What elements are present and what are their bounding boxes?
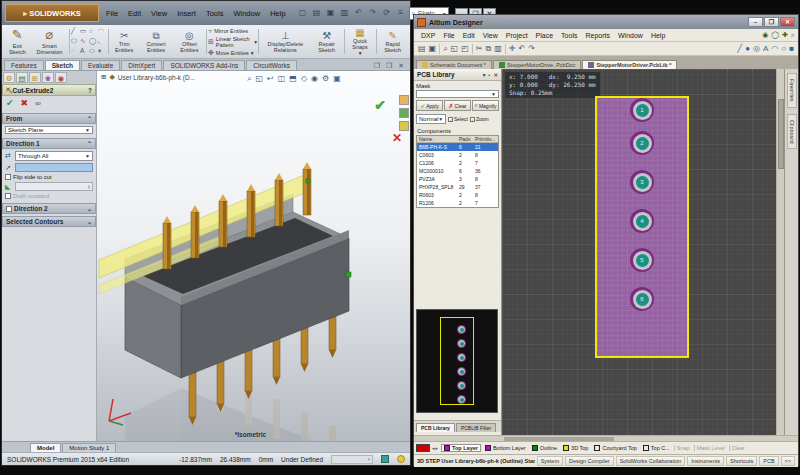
pad-3[interactable]: 3 (630, 170, 654, 194)
pad-4[interactable]: 4 (630, 209, 654, 233)
panel-button-system[interactable]: System (537, 456, 563, 466)
section-from[interactable]: From⌃ (2, 113, 96, 124)
arc-tool-icon[interactable]: ◠ (771, 44, 778, 53)
table-row[interactable]: C120627 (417, 159, 498, 167)
pin-icon[interactable]: ▪ (488, 72, 490, 78)
clear-button[interactable]: Clear (729, 445, 747, 451)
menu-insert[interactable]: Insert (172, 8, 201, 19)
copy-icon[interactable]: ⧉ (485, 44, 491, 54)
tab-dimxpert[interactable]: DimXpert (121, 60, 162, 70)
zoom-selected-icon[interactable]: ◰ (461, 44, 469, 53)
layer-scroll-arrows[interactable]: ◂▸ (432, 445, 439, 451)
menu-help[interactable]: Help (647, 32, 669, 39)
panel-button-instruments[interactable]: Instruments (687, 456, 724, 466)
editing-dropdown[interactable]: ▾ (331, 455, 373, 464)
menu-file[interactable]: File (439, 32, 458, 39)
menu-view[interactable]: View (479, 32, 502, 39)
zoom-checkbox[interactable]: ✓Zoom (470, 116, 489, 122)
tab-favorites[interactable]: Favorites (787, 73, 797, 108)
end-condition-dropdown[interactable]: Through All▼ (15, 151, 93, 161)
menu-window[interactable]: Window (228, 8, 265, 19)
section-direction2[interactable]: Direction 2⌄ (2, 203, 96, 214)
close-button[interactable]: ✕ (780, 17, 795, 27)
tab-motion-study[interactable]: Motion Study 1 (62, 443, 116, 452)
redo-icon[interactable]: ↷ (528, 44, 535, 53)
chevron-down-icon[interactable]: ▾ (254, 39, 257, 45)
menu-tools[interactable]: Tools (557, 32, 581, 39)
expand-icon[interactable]: ⌄ (87, 205, 92, 212)
tab-pcblib-filter[interactable]: PCBLIB Filter (456, 423, 496, 432)
pad-2[interactable]: 2 (630, 131, 654, 155)
table-row[interactable]: R120627 (417, 199, 498, 207)
panel-button-more[interactable]: >> (781, 456, 795, 466)
dimxpert-tab-icon[interactable]: ❀ (42, 72, 54, 83)
forward-icon[interactable]: ◯ (771, 31, 779, 39)
panel-button-design-compiler[interactable]: Design Compiler (565, 456, 614, 466)
flip-side-checkbox[interactable]: Flip side to cut (5, 174, 93, 180)
minimize-button[interactable]: – (748, 17, 763, 27)
expand-icon[interactable]: ⌄ (87, 218, 92, 225)
zoom-fit-icon[interactable]: ⌕ (443, 44, 447, 54)
chevron-down-icon[interactable]: ▾ (483, 72, 486, 78)
menu-tools[interactable]: Tools (201, 8, 229, 19)
undo-icon[interactable]: ↶ (518, 44, 525, 53)
fillet-tool-icon[interactable]: ◟ (98, 37, 107, 47)
clear-button[interactable]: ✗Clear (444, 100, 471, 111)
table-row[interactable]: R060328 (417, 191, 498, 199)
panel-button-pcb[interactable]: PCB (759, 456, 778, 466)
snap-button[interactable]: Snap (674, 445, 692, 451)
repair-sketch-button[interactable]: ⚒Repair Sketch (311, 26, 343, 57)
polygon-tool-icon[interactable]: ⬡ (71, 37, 80, 47)
linear-sketch-pattern-button[interactable]: ⊞Linear Sketch Pattern▾ (208, 36, 257, 48)
propertymanager-tab-icon[interactable]: ▤ (16, 72, 28, 83)
pad-5[interactable]: 5 (630, 248, 654, 272)
tab-pcb-library[interactable]: PCB Library (416, 423, 455, 432)
menu-window[interactable]: Window (614, 32, 647, 39)
draft-angle-field[interactable]: ⇕ (15, 182, 93, 191)
hide-show-icon[interactable]: ◉ (311, 74, 318, 84)
menu-help[interactable]: Help (265, 8, 290, 19)
scene-icon[interactable]: ▣ (333, 74, 341, 84)
tab-model[interactable]: Model (30, 443, 61, 452)
fill-tool-icon[interactable]: ■ (789, 44, 794, 53)
mirror-entities-button[interactable]: ⫟Mirror Entities (208, 27, 257, 35)
line-tool-icon[interactable]: ╱ (737, 44, 742, 53)
display-delete-relations-button[interactable]: ⊥Display/Delete Relations (260, 26, 311, 57)
zoom-area-icon[interactable]: ◱ (451, 44, 459, 53)
3d-connector-model[interactable] (97, 109, 410, 441)
tab-features[interactable]: Features (4, 60, 44, 70)
pcb-editor-canvas[interactable]: x: 7.000 dx: 9.250 mmy: 0.000 dy: 26.250… (502, 69, 776, 435)
collapse-icon[interactable]: ⌃ (87, 140, 92, 147)
table-row[interactable]: PVZ3A38 (417, 175, 498, 183)
via-tool-icon[interactable]: ◎ (753, 44, 760, 53)
detailed-preview-icon[interactable]: ∞ (35, 99, 41, 108)
tab-clipboard[interactable]: Clipboard (787, 114, 797, 150)
zoom-area-icon[interactable]: ◱ (255, 74, 263, 84)
open-icon[interactable]: ▤ (311, 7, 323, 19)
ellipse-tool-icon[interactable]: ◯ (89, 37, 98, 47)
save-icon[interactable]: ▣ (325, 7, 337, 19)
table-row[interactable]: PHXP28_SPL82937 (417, 183, 498, 191)
pad-tool-icon[interactable]: ● (745, 44, 750, 53)
editor-vertical-scrollbar[interactable] (776, 69, 784, 435)
direction-reference-field[interactable] (15, 163, 93, 172)
menu-project[interactable]: Project (502, 32, 532, 39)
layer-courtyard-top[interactable]: Courtyard Top (592, 445, 638, 451)
favorites-icon[interactable]: ✚ (782, 31, 788, 39)
undo-icon[interactable]: ↶ (353, 7, 365, 19)
table-row[interactable]: C060328 (417, 151, 498, 159)
restore-button[interactable]: ❐ (764, 17, 779, 27)
menu-file[interactable]: File (101, 8, 123, 19)
select-checkbox[interactable]: ✓Select (448, 116, 468, 122)
table-header[interactable]: Name Pads Primitiv... (417, 136, 498, 143)
reverse-direction-icon[interactable]: ⇄ (5, 152, 13, 160)
move-entities-button[interactable]: ✥Move Entities▾ (208, 49, 257, 57)
table-row[interactable]: B6B-PH-K-S621 (417, 143, 498, 151)
cut-icon[interactable]: ✂ (476, 44, 483, 53)
tab-pcblib[interactable]: StepperMotorDriver.PcbLib * (582, 60, 677, 69)
tab-evaluate[interactable]: Evaluate (81, 60, 120, 70)
menu-edit[interactable]: Edit (459, 32, 479, 39)
draft-outward-checkbox[interactable]: Draft outward (5, 193, 93, 199)
display-style-icon[interactable]: ◇ (301, 74, 307, 84)
section-selected-contours[interactable]: Selected Contours⌄ (2, 216, 96, 227)
